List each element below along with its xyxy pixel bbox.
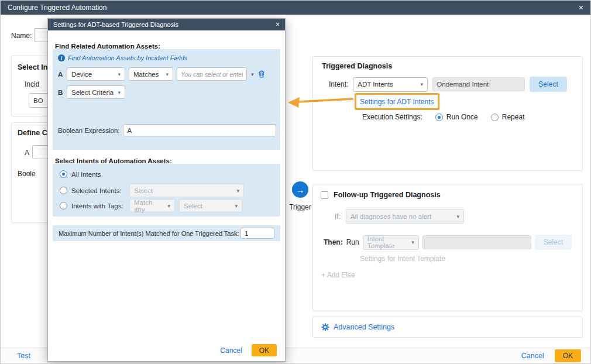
close-icon[interactable]: × [579, 4, 583, 12]
advanced-settings-card: Advanced Settings [312, 317, 583, 338]
dialog-titlebar: Configure Triggered Automation × [1, 1, 590, 15]
tags-match-select: Match any ▾ [129, 199, 175, 212]
selected-intents-label: Selected Intents: [71, 187, 125, 194]
chevron-down-icon: ▾ [235, 203, 238, 209]
triggered-diagnosis-card: Triggered Diagnosis Intent: ADT Intents … [312, 56, 583, 171]
chevron-down-icon: ▾ [118, 90, 121, 95]
dialog-cancel-button[interactable]: Cancel [521, 352, 544, 360]
all-intents-label: All Intents [71, 171, 101, 178]
value-dropdown-toggle[interactable]: ▾ [250, 71, 255, 77]
followup-template-input [422, 235, 531, 249]
modal-close-icon[interactable]: × [276, 21, 280, 28]
execution-settings-row: Execution Settings: Run Once Repeat [362, 113, 524, 121]
chevron-down-icon: ▾ [236, 188, 239, 194]
max-intents-label: Maximum Number of Intent(s) Matched for … [59, 230, 239, 237]
criteria-b-select[interactable]: Select Criteria ▾ [67, 85, 125, 99]
info-note-row: i Find Automation Assets by Incident Fie… [58, 54, 187, 61]
modal-ok-button[interactable]: OK [252, 344, 277, 356]
dialog-title: Configure Triggered Automation [8, 4, 106, 12]
run-once-radio[interactable] [435, 114, 443, 121]
modal-cancel-button[interactable]: Cancel [220, 346, 242, 355]
chevron-down-icon: ▾ [118, 71, 121, 77]
boolean-expression-label: Boolean Expression: [58, 127, 119, 134]
arrow-right-icon: → [296, 185, 305, 195]
modal-titlebar: Settings for ADT-based Triggered Diagnos… [48, 19, 285, 30]
followup-settings-row: Settings for Intent Template [360, 255, 445, 263]
dialog-ok-button[interactable]: OK [555, 349, 581, 362]
boolean-label: Boole [18, 170, 36, 178]
trash-icon[interactable] [258, 70, 265, 78]
trigger-arrow-icon: → [292, 181, 308, 198]
repeat-label: Repeat [502, 113, 525, 121]
intent-type-value: ADT Intents [358, 81, 393, 88]
followup-if-row: If: All diagnoses have no alert ▾ [335, 209, 464, 224]
info-icon: i [58, 54, 65, 61]
operator-select-value: Matches [133, 71, 159, 78]
tags-match-value: Match any [134, 199, 164, 213]
selected-intents-placeholder: Select [134, 187, 153, 194]
tags-select-placeholder: Select [184, 202, 202, 210]
followup-then-row: Then: Run Intent Template ▾ Select [324, 235, 572, 250]
tags-select: Select ▾ [179, 199, 242, 212]
add-else-button: + Add Else [321, 271, 355, 279]
section-title: Define C [18, 129, 47, 137]
field-select[interactable]: Device ▾ [67, 67, 125, 81]
intent-type-select[interactable]: ADT Intents ▾ [353, 77, 428, 92]
chevron-down-icon: ▾ [411, 239, 414, 245]
selected-intents-radio[interactable] [60, 187, 67, 194]
repeat-radio[interactable] [491, 114, 499, 121]
settings-intent-template-link: Settings for Intent Template [360, 255, 445, 263]
execution-settings-label: Execution Settings: [362, 113, 422, 121]
criteria-a-label: A [58, 71, 63, 78]
intents-with-tags-row: Intents with Tags: Match any ▾ Select ▾ [60, 199, 242, 212]
followup-header: Follow-up Triggered Diagnosis [321, 191, 441, 199]
max-intents-input[interactable] [240, 228, 274, 239]
settings-adt-intents-link[interactable]: Settings for ADT Intents [360, 98, 434, 106]
boolean-expression-input[interactable] [123, 124, 276, 136]
selected-intents-select: Select ▾ [129, 184, 244, 197]
advanced-settings-link[interactable]: Advanced Settings [334, 323, 394, 331]
max-intents-panel: Maximum Number of Intent(s) Matched for … [53, 225, 280, 241]
incident-label: Incid [25, 80, 39, 88]
criteria-value-input[interactable] [177, 67, 247, 81]
adt-settings-modal: Settings for ADT-based Triggered Diagnos… [47, 18, 286, 362]
select-intents-panel: All Intents Selected Intents: Select ▾ I… [53, 164, 280, 217]
selected-intents-row: Selected Intents: Select ▾ [60, 184, 244, 197]
configure-triggered-automation-dialog: Configure Triggered Automation × Name: S… [0, 0, 591, 364]
trigger-badge: → Trigger [287, 181, 313, 211]
operator-select[interactable]: Matches ▾ [129, 67, 173, 81]
gear-icon [321, 323, 329, 331]
intents-with-tags-radio[interactable] [60, 202, 67, 210]
chevron-down-icon: ▾ [167, 203, 170, 209]
settings-link-row: Settings for ADT Intents [360, 98, 434, 106]
criteria-row-b: B Select Criteria ▾ [58, 85, 125, 99]
criteria-row-a: A Device ▾ Matches ▾ ▾ [58, 67, 265, 81]
section-title: Select In [18, 63, 47, 71]
followup-diagnosis-card: Follow-up Triggered Diagnosis If: All di… [312, 184, 583, 311]
then-label: Then: [324, 238, 343, 246]
modal-title: Settings for ADT-based Triggered Diagnos… [53, 21, 178, 28]
test-button[interactable]: Test [17, 352, 30, 360]
info-note-text: Find Automation Assets by Incident Field… [68, 54, 187, 61]
chevron-down-icon: ▾ [421, 81, 424, 87]
followup-checkbox[interactable] [321, 191, 328, 199]
if-label: If: [335, 212, 341, 221]
chevron-down-icon: ▾ [456, 214, 459, 219]
chevron-down-icon: ▾ [166, 71, 169, 77]
find-assets-panel: i Find Automation Assets by Incident Fie… [53, 49, 280, 150]
all-intents-radio[interactable] [60, 170, 67, 178]
boolean-expression-row: Boolean Expression: [58, 124, 276, 136]
intent-label: Intent: [329, 80, 348, 88]
triggered-diagnosis-title: Triggered Diagnosis [322, 62, 392, 70]
criteria-b-label: B [58, 89, 63, 96]
intent-template-value: Intent Template [367, 235, 408, 249]
intent-value-input [432, 77, 525, 91]
intent-select-button[interactable]: Select [530, 77, 566, 92]
trigger-label: Trigger [287, 203, 313, 211]
if-condition-select: All diagnoses have no alert ▾ [346, 209, 464, 224]
if-condition-value: All diagnoses have no alert [351, 213, 431, 220]
incident-value: BO [33, 97, 43, 104]
name-label: Name: [11, 32, 32, 40]
intent-row: Intent: ADT Intents ▾ Select [329, 77, 567, 92]
all-intents-row: All Intents [60, 170, 101, 178]
